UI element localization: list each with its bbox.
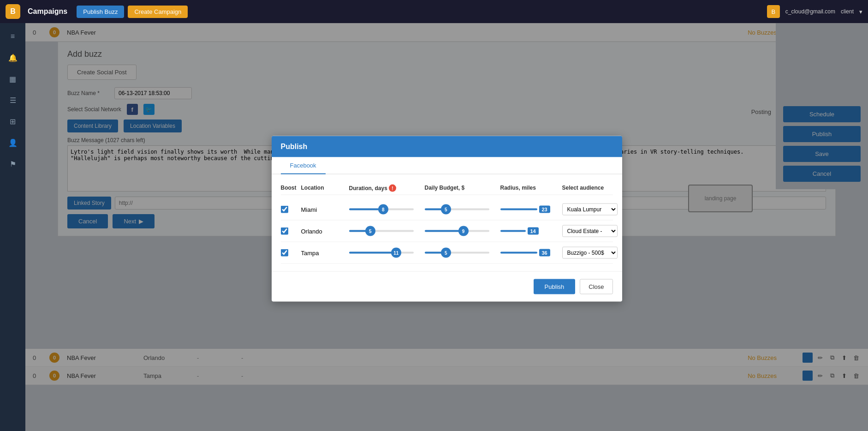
col-boost: Boost [281, 185, 299, 192]
content-area: 0 0 NBA Fever No Buzzes ✏ ⧉ ⬆ 🗑 Add buzz… [25, 23, 868, 431]
duration-track-tampa [349, 252, 414, 254]
col-radius: Radius, miles [500, 185, 560, 192]
budget-slider-tampa[interactable]: 5 [425, 252, 489, 254]
modal-title: Publish [281, 143, 308, 150]
audience-select-tampa[interactable]: Buzzigo - 500$ [562, 247, 618, 259]
modal-row-orlando: Orlando 5 9 14 [281, 221, 613, 242]
top-nav: B Campaigns Publish Buzz Create Campaign… [0, 0, 868, 23]
audience-cell-orlando: Cloud Estate - [562, 225, 622, 237]
modal-footer: Publish Close [272, 271, 622, 302]
modal-close-button[interactable]: Close [580, 279, 612, 294]
publish-buzz-button[interactable]: Publish Buzz [77, 6, 124, 18]
location-tampa: Tampa [301, 249, 347, 256]
modal-tabs: Facebook [272, 157, 622, 174]
radius-val-tampa: 36 [539, 249, 550, 257]
budget-track-orlando [425, 230, 489, 232]
audience-cell-miami: Kuala Lumpur [562, 204, 622, 216]
modal-header: Publish [272, 136, 622, 157]
location-orlando: Orlando [301, 227, 347, 234]
duration-thumb-tampa[interactable]: 11 [391, 248, 401, 258]
duration-thumb-miami[interactable]: 8 [378, 204, 388, 215]
top-nav-right: B c_cloud@gmail.com client ▾ [767, 5, 862, 18]
radius-val-miami: 23 [539, 206, 550, 213]
col-location: Location [301, 185, 347, 192]
modal-publish-button[interactable]: Publish [534, 279, 576, 294]
budget-track-tampa [425, 252, 489, 254]
duration-slider-miami[interactable]: 8 [349, 209, 414, 210]
sidebar-menu-icon[interactable]: ≡ [4, 28, 22, 45]
sidebar-flag-icon[interactable]: ⚑ [4, 155, 22, 173]
budget-fill-orlando [425, 230, 464, 232]
user-logo: B [767, 5, 780, 18]
budget-track-miami [425, 209, 489, 210]
budget-slider-miami[interactable]: 5 [425, 209, 489, 210]
duration-info-icon: ! [389, 185, 396, 192]
radius-slider-miami[interactable]: 23 [500, 206, 560, 213]
radius-track-miami [500, 209, 537, 210]
col-daily-budget: Daily Budget, $ [425, 185, 499, 192]
radius-track-orlando [500, 230, 526, 232]
sidebar-grid-icon[interactable]: ⊞ [4, 113, 22, 130]
duration-slider-tampa[interactable]: 11 [349, 252, 414, 254]
boost-checkbox-orlando[interactable] [281, 227, 288, 235]
boost-checkbox-tampa[interactable] [281, 249, 288, 257]
audience-cell-tampa: Buzzigo - 500$ [562, 247, 622, 259]
budget-thumb-miami[interactable]: 5 [441, 204, 451, 215]
sidebar-list-icon[interactable]: ☰ [4, 91, 22, 109]
audience-select-orlando[interactable]: Cloud Estate - [562, 225, 618, 237]
duration-track-orlando [349, 230, 414, 232]
create-campaign-button[interactable]: Create Campaign [128, 6, 188, 18]
app-logo: B [6, 4, 20, 19]
radius-track-tampa [500, 252, 537, 254]
chevron-down-icon: ▾ [859, 8, 862, 15]
user-email: c_cloud@gmail.com [785, 8, 835, 15]
user-role: client [841, 8, 854, 15]
radius-slider-tampa[interactable]: 36 [500, 249, 560, 257]
audience-select-miami[interactable]: Kuala Lumpur [562, 204, 618, 216]
modal-body: Boost Location Duration, days ! Daily Bu… [272, 174, 622, 271]
tab-facebook[interactable]: Facebook [281, 157, 326, 174]
sidebar-user-icon[interactable]: 👤 [4, 134, 22, 151]
main-layout: ≡ 🔔 ▦ ☰ ⊞ 👤 ⚑ 0 0 NBA Fever No Buzzes ✏ … [0, 23, 868, 431]
boost-checkbox-miami[interactable] [281, 206, 288, 213]
modal-table-header: Boost Location Duration, days ! Daily Bu… [281, 182, 613, 195]
budget-thumb-tampa[interactable]: 5 [441, 248, 451, 258]
col-select-audience: Select audience [562, 185, 622, 192]
publish-modal: Publish Facebook Boost Location Duration… [272, 136, 622, 302]
radius-val-orlando: 14 [528, 227, 539, 235]
radius-slider-orlando[interactable]: 14 [500, 227, 560, 235]
sidebar-bell-icon[interactable]: 🔔 [4, 49, 22, 66]
budget-thumb-orlando[interactable]: 9 [458, 226, 469, 236]
modal-row-tampa: Tampa 11 5 36 [281, 242, 613, 264]
duration-fill-tampa [349, 252, 396, 254]
location-miami: Miami [301, 206, 347, 213]
col-duration: Duration, days ! [349, 185, 423, 192]
modal-row-miami: Miami 8 5 23 [281, 199, 613, 221]
budget-slider-orlando[interactable]: 9 [425, 230, 489, 232]
sidebar: ≡ 🔔 ▦ ☰ ⊞ 👤 ⚑ [0, 23, 25, 431]
duration-slider-orlando[interactable]: 5 [349, 230, 414, 232]
duration-thumb-orlando[interactable]: 5 [365, 226, 375, 236]
sidebar-calendar-icon[interactable]: ▦ [4, 70, 22, 88]
nav-title: Campaigns [28, 7, 67, 16]
